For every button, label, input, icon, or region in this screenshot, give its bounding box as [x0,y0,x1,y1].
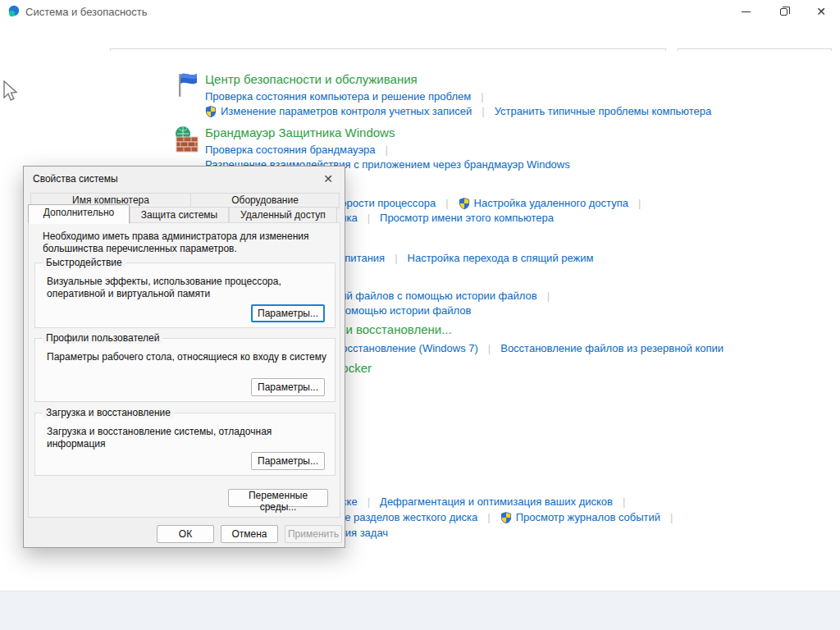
link-separator [482,105,484,117]
admin-rights-note: Необходимо иметь права администратора дл… [43,231,318,255]
tab-page-advanced: Необходимо иметь права администратора дл… [28,222,340,518]
restore-icon [780,8,788,16]
ok-button[interactable]: ОК [157,525,214,543]
restore-button[interactable] [765,0,802,23]
tab-advanced[interactable]: Дополнительно [28,204,130,224]
link-separator [445,197,448,209]
section-title-security-center: Центр безопасности и обслуживания [205,72,418,86]
window-title: Система и безопасность [25,6,148,18]
link-separator [547,290,550,302]
link-separator [487,511,490,523]
close-button[interactable]: ✕ [802,0,840,23]
startup-recovery-settings-button[interactable]: Параметры... [251,452,325,470]
task-link[interactable]: Проверка состояния компьютера и решение … [205,90,471,103]
minimize-icon [742,11,751,12]
group-title: Профили пользователей [43,332,162,344]
group-title: Быстродействие [43,257,126,268]
task-link[interactable]: Настройка перехода в спящий режим [408,252,594,264]
navigation-bar: ← → ↑ › Панель управления › Система и бе… [0,23,840,51]
environment-variables-button[interactable]: Переменные среды... [228,489,328,507]
apply-button[interactable]: Применить [285,525,342,543]
close-icon: ✕ [323,172,333,185]
link-separator [481,90,483,103]
task-link[interactable]: Устранить типичные проблемы компьютера [495,105,712,117]
task-link[interactable]: Просмотр журналов событий [516,511,660,523]
security-center-flag-icon [172,71,202,100]
tab-system-protection[interactable]: Защита системы [130,207,229,224]
task-link[interactable]: Восстановление файлов из резервной копии [500,342,724,354]
link-separator [638,197,641,209]
link-separator [623,495,625,508]
task-link[interactable]: Проверка состояния брандмауэра [205,144,376,156]
performance-settings-button[interactable]: Параметры... [251,304,325,322]
startup-recovery-group: Загрузка и восстановление Загрузка и вос… [34,413,336,476]
desktop: Система и безопасность ✕ ← → ↑ › Панель … [0,0,840,630]
performance-group: Быстродействие Визуальные эффекты, испол… [34,262,336,328]
link-separator [488,342,491,354]
link-separator [670,511,673,523]
cancel-button[interactable]: Отмена [221,525,278,543]
task-link-row: Проверка состояния компьютера и решение … [205,90,494,103]
task-link-row: Проверка состояния брандмауэра [205,144,398,156]
uac-shield-icon [205,106,217,117]
link-separator [368,495,370,508]
uac-shield-icon [500,512,512,523]
group-description: Загрузка и восстановление системы, отлад… [47,426,332,450]
group-description: Параметры рабочего стола, относящиеся ко… [47,351,332,363]
firewall-icon [172,125,202,154]
task-link-row: Изменение параметров контроля учетных за… [205,105,711,117]
tab-remote[interactable]: Удаленный доступ [229,207,337,224]
dialog-title: Свойства системы [33,173,118,185]
taskbar: ENG 23:27 25.08.2022 [0,591,840,630]
task-link[interactable]: Изменение параметров контроля учетных за… [221,105,472,117]
system-properties-dialog: Свойства системы ✕ Имя компьютера Оборуд… [23,166,345,548]
minimize-button[interactable] [727,0,765,23]
link-separator [368,212,370,224]
user-profiles-group: Профили пользователей Параметры рабочего… [34,338,336,402]
close-icon: ✕ [816,6,826,17]
task-link[interactable]: Дефрагментация и оптимизация ваших диско… [380,495,613,508]
user-profiles-settings-button[interactable]: Параметры... [251,378,325,396]
group-title: Загрузка и восстановление [43,407,174,418]
task-link[interactable]: Настройка удаленного доступа [474,197,628,209]
uac-shield-icon [459,198,470,209]
link-separator [395,252,397,264]
task-link[interactable]: Просмотр имени этого компьютера [380,212,554,224]
section-title-firewall: Брандмауэр Защитника Windows [205,126,395,139]
link-separator [386,144,388,156]
control-panel-icon [7,5,21,18]
group-description: Визуальные эффекты, использование процес… [47,276,332,300]
window-titlebar: Система и безопасность ✕ [0,0,840,23]
dialog-close-button[interactable]: ✕ [320,171,336,187]
